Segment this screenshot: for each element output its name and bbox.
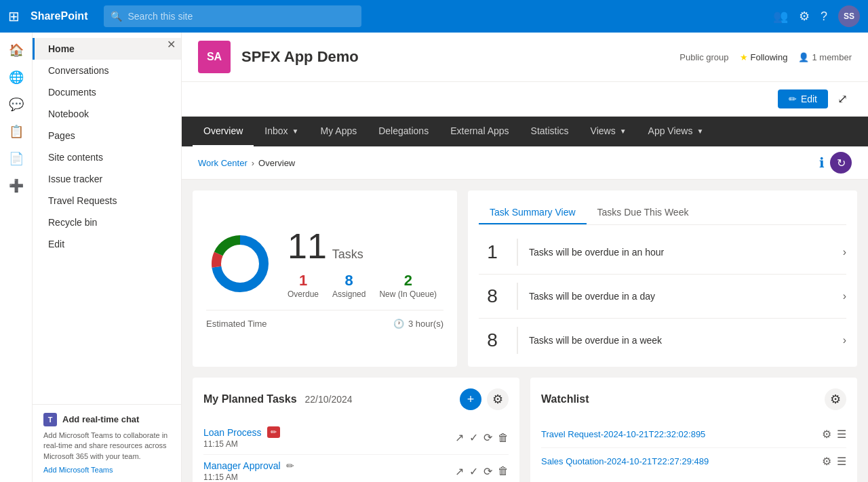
info-icon[interactable]: ℹ xyxy=(819,155,825,171)
tab-tasks-due-this-week[interactable]: Tasks Due This Week xyxy=(587,201,700,224)
manager-approval-link[interactable]: Manager Approval xyxy=(203,460,281,471)
rail-home-icon[interactable]: 🏠 xyxy=(4,38,28,62)
refresh-button[interactable]: ↻ xyxy=(830,152,852,174)
watchlist-2-settings-icon[interactable]: ⚙ xyxy=(822,455,831,468)
tab-my-apps[interactable]: My Apps xyxy=(310,117,368,146)
watchlist-title: Watchlist xyxy=(541,393,589,405)
site-title: SPFX App Demo xyxy=(241,48,359,66)
task-item-2-info: Manager Approval ✏ 11:15 AM xyxy=(203,460,455,482)
add-task-button[interactable]: + xyxy=(460,388,481,410)
loan-process-link[interactable]: Loan Process xyxy=(203,427,262,438)
sidebar-item-recycle-bin[interactable]: Recycle bin xyxy=(33,212,181,233)
dashboard: 11 Tasks 1 Overdue 8 Assigned xyxy=(182,180,868,482)
new-number: 2 xyxy=(379,272,437,289)
sidebar-item-pages[interactable]: Pages xyxy=(33,125,181,146)
task-total-number: 11 Tasks xyxy=(288,228,437,264)
sidebar-item-edit[interactable]: Edit xyxy=(33,233,181,255)
person-icon: 👤 xyxy=(798,52,809,62)
sidebar: Home Conversations Documents Notebook Pa… xyxy=(33,33,182,482)
sidebar-item-documents[interactable]: Documents xyxy=(33,81,181,103)
task-summary-card: 11 Tasks 1 Overdue 8 Assigned xyxy=(193,190,457,367)
task-1-check-icon[interactable]: ✓ xyxy=(469,431,478,444)
following-button[interactable]: ★ Following xyxy=(740,52,788,62)
task-item-1-info: Loan Process ✏ 11:15 AM xyxy=(203,426,455,449)
tab-external-apps[interactable]: External Apps xyxy=(439,117,519,146)
sidebar-item-site-contents[interactable]: Site contents xyxy=(33,146,181,168)
watchlist-settings-button[interactable]: ⚙ xyxy=(825,388,846,410)
task-row-2-divider xyxy=(517,283,518,310)
user-avatar[interactable]: SS xyxy=(838,5,860,27)
task-row-2-chevron: › xyxy=(843,290,846,302)
rail-add-icon[interactable]: ➕ xyxy=(4,174,28,198)
member-count[interactable]: 👤 1 member xyxy=(798,52,852,62)
task-2-delete-icon[interactable]: 🗑 xyxy=(498,465,509,477)
rail-list-icon[interactable]: 📋 xyxy=(4,119,28,144)
help-icon[interactable]: ? xyxy=(821,9,827,24)
tab-overview-label: Overview xyxy=(203,125,243,136)
close-teams-panel-icon[interactable]: ✕ xyxy=(164,35,178,54)
task-total-value: 11 xyxy=(288,228,327,264)
teams-logo-icon: T xyxy=(43,413,57,426)
rail-pages-icon[interactable]: 📄 xyxy=(4,146,28,171)
tab-delegations[interactable]: Delegations xyxy=(368,117,439,146)
watchlist-1-settings-icon[interactable]: ⚙ xyxy=(822,428,831,441)
rail-chat-icon[interactable]: 💬 xyxy=(4,92,28,117)
rail-globe-icon[interactable]: 🌐 xyxy=(4,65,28,89)
watchlist-row-1: Travel Request-2024-10-21T22:32:02:895 ⚙… xyxy=(541,421,846,448)
tab-app-views-label: App Views xyxy=(648,125,693,136)
task-2-forward-icon[interactable]: ⟳ xyxy=(484,465,492,478)
tab-views[interactable]: Views ▼ xyxy=(580,117,637,146)
brand-name[interactable]: SharePoint xyxy=(31,10,87,22)
tab-app-views[interactable]: App Views ▼ xyxy=(637,117,715,146)
tab-task-summary-view[interactable]: Task Summary View xyxy=(479,201,587,224)
task-count-section: 11 Tasks 1 Overdue 8 Assigned xyxy=(288,228,437,299)
task-1-delete-icon[interactable]: 🗑 xyxy=(498,432,509,444)
task-2-check-icon[interactable]: ✓ xyxy=(469,465,478,478)
sidebar-item-notebook[interactable]: Notebook xyxy=(33,103,181,125)
sidebar-item-issue-tracker[interactable]: Issue tracker xyxy=(33,168,181,190)
planned-tasks-settings-button[interactable]: ⚙ xyxy=(487,388,509,410)
sidebar-item-conversations[interactable]: Conversations xyxy=(33,60,181,81)
site-header: SA SPFX App Demo Public group ★ Followin… xyxy=(182,33,868,82)
watchlist-item-2-actions: ⚙ ☰ xyxy=(822,455,846,468)
watchlist-item-2-link[interactable]: Sales Quotation-2024-10-21T22:27:29:489 xyxy=(541,456,822,466)
new-label: New (In Queue) xyxy=(379,289,437,299)
add-microsoft-teams-link[interactable]: Add Microsoft Teams xyxy=(43,466,170,474)
views-caret-icon: ▼ xyxy=(620,127,627,135)
tab-overview[interactable]: Overview xyxy=(193,117,254,146)
watchlist-item-1-link[interactable]: Travel Request-2024-10-21T22:32:02:895 xyxy=(541,429,822,439)
sidebar-item-travel-requests[interactable]: Travel Requests xyxy=(33,190,181,212)
top-nav: ⊞ SharePoint 🔍 👥 ⚙ ? SS xyxy=(0,0,868,33)
search-input[interactable] xyxy=(127,11,355,22)
task-2-share-icon[interactable]: ↗ xyxy=(455,465,464,478)
teams-description: Add Microsoft Teams to collaborate in re… xyxy=(43,430,170,462)
task-1-forward-icon[interactable]: ⟳ xyxy=(484,431,492,444)
settings-icon[interactable]: ⚙ xyxy=(799,9,810,24)
breadcrumb-parent[interactable]: Work Center xyxy=(198,158,248,168)
expand-button[interactable]: ⤢ xyxy=(833,87,852,111)
tab-statistics[interactable]: Statistics xyxy=(520,117,580,146)
tab-inbox[interactable]: Inbox ▼ xyxy=(254,117,309,146)
search-icon: 🔍 xyxy=(111,11,122,22)
breadcrumb-bar: Work Center › Overview ℹ ↻ xyxy=(182,146,868,180)
sidebar-item-home[interactable]: Home xyxy=(33,38,181,60)
task-row-day[interactable]: 8 Tasks will be overdue in a day › xyxy=(479,275,846,319)
manager-approval-pencil-icon[interactable]: ✏ xyxy=(286,460,294,471)
edit-button[interactable]: ✏ Edit xyxy=(778,89,828,108)
app-grid-icon[interactable]: ⊞ xyxy=(8,8,20,24)
people-network-icon[interactable]: 👥 xyxy=(773,9,788,24)
inbox-caret-icon: ▼ xyxy=(292,127,299,135)
task-1-share-icon[interactable]: ↗ xyxy=(455,431,464,444)
watchlist-actions-header: ⚙ xyxy=(825,388,846,410)
task-row-hour[interactable]: 1 Tasks will be overdue in an hour › xyxy=(479,230,846,275)
task-row-week[interactable]: 8 Tasks will be overdue in a week › xyxy=(479,319,846,362)
pencil-icon: ✏ xyxy=(789,94,797,104)
watchlist-2-menu-icon[interactable]: ☰ xyxy=(837,455,846,468)
estimated-time-row: Estimated Time 🕐 3 hour(s) xyxy=(206,310,443,329)
task-row-3-text: Tasks will be overdue in a week xyxy=(529,335,832,346)
tab-inbox-label: Inbox xyxy=(264,125,288,136)
loan-process-edit-badge[interactable]: ✏ xyxy=(267,426,280,438)
app-body: 🏠 🌐 💬 📋 📄 ➕ Home Conversations Documents… xyxy=(0,33,868,482)
task-item-manager-approval: Manager Approval ✏ 11:15 AM ↗ ✓ ⟳ 🗑 xyxy=(203,455,509,482)
watchlist-1-menu-icon[interactable]: ☰ xyxy=(837,428,846,441)
